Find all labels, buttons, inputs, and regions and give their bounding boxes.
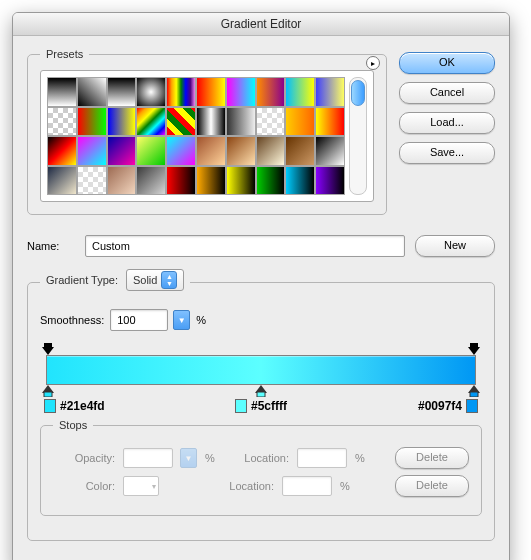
- gradient-type-select[interactable]: Solid ▲▼: [126, 269, 184, 291]
- hex-left: #21e4fd: [44, 399, 105, 413]
- preset-swatch[interactable]: [47, 166, 77, 196]
- preset-swatch[interactable]: [166, 136, 196, 166]
- ok-button[interactable]: OK: [399, 52, 495, 74]
- swatch-icon: [235, 399, 247, 413]
- delete-color-stop-button[interactable]: Delete: [395, 475, 469, 497]
- stops-group: Stops Opacity: ▼ % Location: % Delete Co…: [40, 419, 482, 516]
- preset-swatch[interactable]: [196, 166, 226, 196]
- pct-label: %: [340, 480, 350, 492]
- preset-swatch[interactable]: [107, 166, 137, 196]
- preset-swatch[interactable]: [136, 136, 166, 166]
- name-row: Name: New: [27, 235, 495, 257]
- preset-swatch[interactable]: [77, 136, 107, 166]
- preset-swatch[interactable]: [107, 136, 137, 166]
- svg-rect-9: [470, 392, 478, 397]
- svg-rect-5: [44, 392, 52, 397]
- preset-swatch[interactable]: [226, 136, 256, 166]
- preset-swatch[interactable]: [77, 166, 107, 196]
- preset-swatch[interactable]: [47, 136, 77, 166]
- color-stop-right[interactable]: [468, 385, 480, 397]
- presets-flyout-icon[interactable]: ▸: [366, 56, 380, 70]
- delete-opacity-stop-button[interactable]: Delete: [395, 447, 469, 469]
- pct-label: %: [355, 452, 365, 464]
- preset-swatch[interactable]: [107, 77, 137, 107]
- titlebar: Gradient Editor: [13, 13, 509, 36]
- updown-icon: ▲▼: [161, 271, 177, 289]
- smoothness-unit: %: [196, 314, 206, 326]
- location-label: Location:: [218, 480, 274, 492]
- preset-swatch[interactable]: [136, 166, 166, 196]
- preset-swatch[interactable]: [47, 77, 77, 107]
- load-button[interactable]: Load...: [399, 112, 495, 134]
- color-label: Color:: [53, 480, 115, 492]
- gradient-type-value: Solid: [133, 274, 157, 286]
- presets-list: [40, 70, 374, 202]
- pct-label: %: [205, 452, 215, 464]
- opacity-stop-left[interactable]: [42, 343, 54, 355]
- dropdown-icon: ▼: [180, 448, 197, 468]
- gradient-bar[interactable]: [46, 355, 476, 385]
- gradient-type-label: Gradient Type:: [46, 274, 118, 286]
- preset-swatch[interactable]: [47, 107, 77, 137]
- preset-swatch[interactable]: [136, 77, 166, 107]
- hex-right: #0097f4: [418, 399, 478, 413]
- new-button[interactable]: New: [415, 235, 495, 257]
- swatch-icon: [466, 399, 478, 413]
- gradient-editor: #21e4fd #5cffff #0097f4: [40, 341, 482, 413]
- preset-swatch[interactable]: [196, 107, 226, 137]
- gradient-type-group: Gradient Type: Solid ▲▼ Smoothness: ▼ %: [27, 271, 495, 541]
- opacity-stop-right[interactable]: [468, 343, 480, 355]
- color-stop-mid[interactable]: [255, 385, 267, 397]
- preset-swatch[interactable]: [256, 107, 286, 137]
- chevron-down-icon: ▾: [152, 482, 156, 491]
- svg-marker-0: [42, 347, 54, 355]
- preset-swatch[interactable]: [315, 77, 345, 107]
- preset-swatch[interactable]: [256, 166, 286, 196]
- scroll-thumb[interactable]: [351, 80, 365, 106]
- svg-rect-1: [44, 343, 52, 348]
- preset-swatch[interactable]: [285, 166, 315, 196]
- svg-rect-7: [257, 392, 265, 397]
- preset-swatch[interactable]: [315, 136, 345, 166]
- location-label: Location:: [233, 452, 289, 464]
- preset-swatch[interactable]: [285, 107, 315, 137]
- color-location-input: [282, 476, 332, 496]
- cancel-button[interactable]: Cancel: [399, 82, 495, 104]
- presets-scrollbar[interactable]: [349, 77, 367, 195]
- dropdown-icon[interactable]: ▼: [173, 310, 190, 330]
- preset-swatch[interactable]: [226, 77, 256, 107]
- save-button[interactable]: Save...: [399, 142, 495, 164]
- stops-legend: Stops: [53, 419, 93, 431]
- smoothness-input[interactable]: [110, 309, 168, 331]
- preset-swatch[interactable]: [315, 107, 345, 137]
- preset-swatch[interactable]: [256, 136, 286, 166]
- hex-mid: #5cffff: [235, 399, 287, 413]
- preset-swatch[interactable]: [107, 107, 137, 137]
- preset-swatch[interactable]: [226, 166, 256, 196]
- preset-swatch[interactable]: [166, 77, 196, 107]
- preset-swatch[interactable]: [285, 77, 315, 107]
- svg-marker-2: [468, 347, 480, 355]
- color-stop-left[interactable]: [42, 385, 54, 397]
- preset-swatch[interactable]: [315, 166, 345, 196]
- smoothness-label: Smoothness:: [40, 314, 104, 326]
- name-label: Name:: [27, 240, 75, 252]
- preset-swatch[interactable]: [77, 77, 107, 107]
- name-input[interactable]: [85, 235, 405, 257]
- preset-swatch[interactable]: [285, 136, 315, 166]
- preset-swatch[interactable]: [166, 166, 196, 196]
- preset-swatch[interactable]: [77, 107, 107, 137]
- preset-swatch[interactable]: [166, 107, 196, 137]
- color-stop-row: Color: ▾ Location: % Delete: [53, 475, 469, 497]
- swatch-icon: [44, 399, 56, 413]
- preset-swatch[interactable]: [136, 107, 166, 137]
- smoothness-row: Smoothness: ▼ %: [40, 309, 482, 331]
- opacity-input: [123, 448, 173, 468]
- preset-swatch[interactable]: [196, 77, 226, 107]
- preset-swatch[interactable]: [256, 77, 286, 107]
- dialog-buttons: OK Cancel Load... Save...: [399, 48, 495, 164]
- svg-rect-3: [470, 343, 478, 348]
- preset-swatch[interactable]: [226, 107, 256, 137]
- preset-swatch[interactable]: [196, 136, 226, 166]
- presets-legend: Presets: [40, 48, 89, 60]
